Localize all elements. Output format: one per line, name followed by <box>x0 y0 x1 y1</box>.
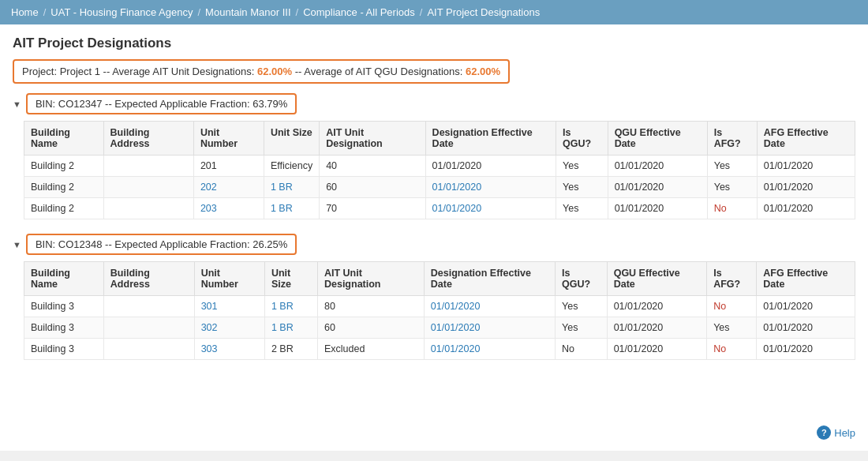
cell-is-afg: No <box>707 296 757 317</box>
cell-unit-number: 201 <box>193 156 264 177</box>
unit-size-link[interactable]: 1 BR <box>271 203 293 214</box>
col-is-afg: Is AFG? <box>707 122 757 156</box>
cell-building-address <box>103 177 193 198</box>
cell-unit-number: 202 <box>193 177 264 198</box>
col-designation-eff-date: Designation Effective Date <box>425 122 556 156</box>
breadcrumb-current: AIT Project Designations <box>427 6 540 18</box>
cell-desig-eff-date: 01/01/2020 <box>425 177 556 198</box>
unit-number-link[interactable]: 303 <box>201 343 218 354</box>
help-label: Help <box>834 427 855 439</box>
desig-date-link[interactable]: 01/01/2020 <box>432 203 482 214</box>
breadcrumb-home[interactable]: Home <box>11 6 39 18</box>
breadcrumb-sep-2: / <box>197 6 200 18</box>
unit-size-link[interactable]: 1 BR <box>271 182 293 193</box>
help-icon: ? <box>817 425 831 440</box>
cell-building-address <box>103 317 194 339</box>
cell-unit-size: 1 BR <box>264 317 317 339</box>
table-co12347: Building Name Building Address Unit Numb… <box>24 121 855 219</box>
table-row: Building 3 302 1 BR 60 01/01/2020 Yes 01… <box>24 317 855 339</box>
cell-qgu-eff-date: 01/01/2020 <box>608 198 707 219</box>
col-building-name: Building Name <box>24 262 104 296</box>
cell-is-afg: No <box>707 339 757 360</box>
cell-afg-eff-date: 01/01/2020 <box>757 177 855 198</box>
table-row: Building 2 202 1 BR 60 01/01/2020 Yes 01… <box>24 177 855 198</box>
cell-ait-unit: Excluded <box>317 339 424 360</box>
cell-is-afg: No <box>707 198 757 219</box>
unit-number-link[interactable]: 302 <box>201 322 218 333</box>
table-header-row: Building Name Building Address Unit Numb… <box>24 122 855 156</box>
bin-section-co12347: ▼ BIN: CO12347 -- Expected Applicable Fr… <box>13 93 855 219</box>
cell-building-address <box>103 339 194 360</box>
desig-date-link[interactable]: 01/01/2020 <box>431 301 481 312</box>
desig-date-link[interactable]: 01/01/2020 <box>431 322 481 333</box>
collapse-arrow-co12348[interactable]: ▼ <box>13 240 21 249</box>
col-unit-size: Unit Size <box>264 262 317 296</box>
table-header-row: Building Name Building Address Unit Numb… <box>24 262 855 296</box>
unit-size-link[interactable]: 1 BR <box>271 301 294 312</box>
cell-qgu-eff-date: 01/01/2020 <box>608 177 707 198</box>
cell-ait-unit: 80 <box>317 296 424 317</box>
afg-no: No <box>713 343 726 354</box>
desig-date-link[interactable]: 01/01/2020 <box>431 343 481 354</box>
bin-label-co12347: BIN: CO12347 -- Expected Applicable Frac… <box>26 93 297 114</box>
breadcrumb-compliance[interactable]: Compliance - All Periods <box>303 6 415 18</box>
unit-number-link[interactable]: 301 <box>201 301 218 312</box>
cell-desig-eff-date: 01/01/2020 <box>424 296 555 317</box>
cell-is-qgu: No <box>556 339 608 360</box>
table-row: Building 2 201 Efficiency 40 01/01/2020 … <box>24 156 855 177</box>
afg-no: No <box>713 301 726 312</box>
col-is-afg: Is AFG? <box>707 262 757 296</box>
breadcrumb-agency[interactable]: UAT - Housing Finance Agency <box>51 6 193 18</box>
breadcrumb: Home / UAT - Housing Finance Agency / Mo… <box>0 0 868 24</box>
col-building-name: Building Name <box>24 122 104 156</box>
col-afg-eff-date: AFG Effective Date <box>757 122 855 156</box>
col-afg-eff-date: AFG Effective Date <box>757 262 855 296</box>
cell-is-qgu: Yes <box>556 317 608 339</box>
project-summary-middle: -- Average of AIT QGU Designations: <box>292 66 466 77</box>
cell-afg-eff-date: 01/01/2020 <box>757 339 855 360</box>
cell-unit-size: Efficiency <box>264 156 319 177</box>
collapse-arrow-co12347[interactable]: ▼ <box>13 99 21 109</box>
bin-header-co12347: ▼ BIN: CO12347 -- Expected Applicable Fr… <box>13 93 855 114</box>
cell-ait-unit: 40 <box>320 156 425 177</box>
col-building-address: Building Address <box>103 262 194 296</box>
cell-is-qgu: Yes <box>556 177 608 198</box>
cell-is-qgu: Yes <box>556 198 608 219</box>
cell-afg-eff-date: 01/01/2020 <box>757 198 855 219</box>
cell-building-name: Building 3 <box>24 339 104 360</box>
unit-size-link[interactable]: 1 BR <box>271 322 294 333</box>
cell-building-name: Building 2 <box>24 198 104 219</box>
cell-is-afg: Yes <box>707 317 757 339</box>
unit-number-link[interactable]: 202 <box>200 182 217 193</box>
cell-unit-size: 1 BR <box>264 296 317 317</box>
desig-date-link[interactable]: 01/01/2020 <box>432 182 482 193</box>
cell-desig-eff-date: 01/01/2020 <box>424 317 555 339</box>
col-qgu-eff-date: QGU Effective Date <box>608 122 707 156</box>
unit-number-link[interactable]: 203 <box>200 203 217 214</box>
cell-qgu-eff-date: 01/01/2020 <box>608 156 707 177</box>
col-designation-eff-date: Designation Effective Date <box>424 262 555 296</box>
cell-is-qgu: Yes <box>556 156 608 177</box>
cell-desig-eff-date: 01/01/2020 <box>424 339 555 360</box>
col-unit-number: Unit Number <box>193 122 264 156</box>
cell-unit-size: 2 BR <box>264 339 317 360</box>
table-co12348: Building Name Building Address Unit Numb… <box>24 261 855 360</box>
breadcrumb-sep-3: / <box>296 6 299 18</box>
col-unit-size: Unit Size <box>264 122 319 156</box>
cell-qgu-eff-date: 01/01/2020 <box>607 339 707 360</box>
cell-desig-eff-date: 01/01/2020 <box>425 156 556 177</box>
cell-desig-eff-date: 01/01/2020 <box>425 198 556 219</box>
cell-ait-unit: 60 <box>320 177 425 198</box>
breadcrumb-project[interactable]: Mountain Manor III <box>205 6 290 18</box>
bin-section-co12348: ▼ BIN: CO12348 -- Expected Applicable Fr… <box>13 234 855 360</box>
cell-building-name: Building 3 <box>24 296 104 317</box>
main-content: AIT Project Designations Project: Projec… <box>0 24 868 451</box>
project-summary: Project: Project 1 -- Average AIT Unit D… <box>13 59 510 84</box>
afg-no: No <box>714 203 727 214</box>
breadcrumb-sep-1: / <box>43 6 47 18</box>
col-unit-number: Unit Number <box>194 262 264 296</box>
col-ait-unit: AIT Unit Designation <box>320 122 425 156</box>
col-building-address: Building Address <box>103 122 193 156</box>
col-ait-unit: AIT Unit Designation <box>317 262 424 296</box>
help-button[interactable]: ? Help <box>817 425 855 440</box>
